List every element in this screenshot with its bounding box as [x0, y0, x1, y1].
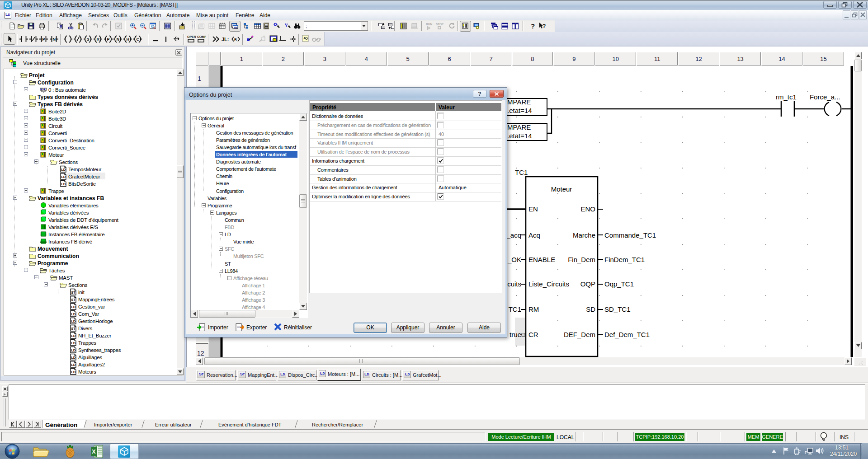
svg-text:_acq: _acq	[506, 231, 521, 239]
svg-text:ENO: ENO	[580, 205, 595, 213]
svg-text:Marche: Marche	[573, 231, 595, 239]
svg-text:DEF_Dem: DEF_Dem	[564, 331, 595, 338]
svg-text:Oqp_TC1: Oqp_TC1	[604, 280, 634, 288]
svg-text:CR: CR	[528, 331, 538, 338]
svg-text:true: true	[509, 331, 521, 338]
svg-text:SD: SD	[586, 305, 595, 313]
svg-text:TC1: TC1	[515, 169, 528, 176]
svg-text:Acq: Acq	[528, 231, 540, 239]
svg-text:X: X	[92, 448, 96, 455]
svg-text:cuits: cuits	[507, 280, 521, 288]
svg-text:Liste_Circuits: Liste_Circuits	[528, 280, 569, 288]
svg-text:TC1: TC1	[509, 305, 521, 313]
svg-text:MPARE: MPARE	[507, 98, 531, 106]
svg-text:Def_Dem_TC1: Def_Dem_TC1	[604, 331, 650, 338]
svg-text:Commande_TC1: Commande_TC1	[604, 231, 656, 239]
svg-text:.etat=14: .etat=14	[507, 107, 532, 114]
svg-text:EN: EN	[528, 205, 538, 213]
svg-text:Moteur: Moteur	[551, 185, 572, 193]
svg-text:FinDem_TC1: FinDem_TC1	[604, 256, 645, 263]
svg-text:rm_tc1: rm_tc1	[776, 93, 797, 101]
svg-text:ENABLE: ENABLE	[528, 256, 555, 263]
svg-text:SD_TC1: SD_TC1	[604, 305, 631, 313]
svg-text:OQP: OQP	[580, 280, 595, 288]
svg-text:MPARE: MPARE	[507, 123, 531, 131]
svg-text:.etat=14: .etat=14	[507, 132, 532, 140]
svg-text:RM: RM	[528, 305, 539, 313]
svg-text:Fin_Dem: Fin_Dem	[568, 256, 595, 263]
svg-text:_OK: _OK	[507, 256, 521, 263]
svg-text:Force_a...: Force_a...	[810, 93, 840, 101]
